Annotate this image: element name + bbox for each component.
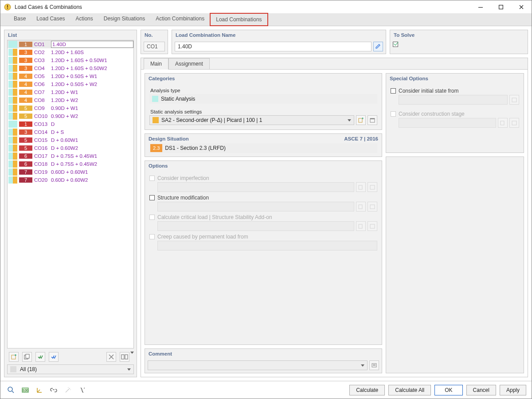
link-icon[interactable]: [48, 385, 59, 395]
axes-icon[interactable]: [34, 385, 45, 395]
list-item[interactable]: 4CO71.20D + W1: [8, 88, 133, 96]
new-item-icon[interactable]: [9, 352, 19, 362]
list-item[interactable]: 5CO15D + 0.60W1: [8, 136, 133, 144]
name-title: Load Combination Name: [172, 30, 386, 40]
cancel-button[interactable]: Cancel: [466, 385, 496, 395]
list-item[interactable]: 1CO11.40D: [8, 40, 133, 48]
imperfection-edit-icon: [368, 182, 377, 192]
list-item[interactable]: 5CO90.90D + W1: [8, 104, 133, 112]
units-icon[interactable]: 0,00: [20, 385, 31, 395]
calculate-all-button[interactable]: Calculate All: [388, 385, 431, 395]
sas-new-icon[interactable]: [356, 115, 366, 125]
svg-rect-13: [359, 185, 362, 189]
list-item[interactable]: 7CO190.60D + 0.60W1: [8, 168, 133, 176]
list-item[interactable]: 3CO31.20D + 1.60S + 0.50W1: [8, 56, 133, 64]
check-blue-icon[interactable]: [49, 352, 59, 362]
option-critical-load: Calculate critical load | Structure Stab…: [149, 214, 377, 220]
structure-mod-new-icon: [356, 202, 366, 211]
initial-state-field: [399, 95, 508, 105]
list-item[interactable]: 4CO81.20D + W2: [8, 96, 133, 104]
minimize-button[interactable]: [470, 0, 491, 14]
sas-label: Static analysis settings: [150, 109, 377, 114]
list-title: List: [4, 30, 137, 40]
combo-list[interactable]: 1CO11.40D3CO21.20D + 1.60S3CO31.20D + 1.…: [7, 40, 134, 348]
list-item[interactable]: 3CO21.20D + 1.60S: [8, 48, 133, 56]
sas-value: SA2 - Second-order (P-Δ) | Picard | 100 …: [161, 117, 345, 123]
list-item[interactable]: 3CO41.20D + 1.60S + 0.50W2: [8, 64, 133, 72]
list-item[interactable]: 4CO61.20D + 0.50S + W2: [8, 80, 133, 88]
analysis-type-value: Static Analysis: [161, 96, 195, 102]
special-title: Special Options: [386, 74, 524, 83]
list-item[interactable]: 6CO17D + 0.75S + 0.45W1: [8, 152, 133, 160]
subtab-main[interactable]: Main: [144, 58, 168, 70]
svg-point-25: [8, 387, 12, 391]
special-options-panel: Special Options Consider initial state f…: [386, 73, 524, 153]
tab-actions[interactable]: Actions: [70, 13, 98, 26]
svg-rect-23: [501, 121, 504, 125]
list-item[interactable]: 5CO16D + 0.60W2: [8, 144, 133, 152]
solve-panel: To Solve: [390, 30, 528, 54]
imperfection-field: [157, 182, 354, 192]
apply-button[interactable]: Apply: [500, 385, 526, 395]
list-filter-label: All (18): [20, 366, 37, 372]
list-item[interactable]: 4CO51.20D + 0.50S + W1: [8, 72, 133, 80]
tab-base[interactable]: Base: [8, 13, 31, 26]
comment-extra-icon[interactable]: [369, 360, 379, 370]
list-item[interactable]: 5CO100.90D + W2: [8, 112, 133, 120]
titlebar: Load Cases & Combinations: [0, 0, 532, 14]
maximize-button[interactable]: [491, 0, 511, 14]
subtab-assignment[interactable]: Assignment: [168, 58, 210, 70]
tab-design-situations[interactable]: Design Situations: [98, 13, 150, 26]
design-value-row: 2.3 DS1 - Section 2.3 (LRFD): [149, 143, 377, 153]
check-green-icon[interactable]: [35, 352, 45, 362]
list-filter-dropdown[interactable]: All (18): [7, 364, 134, 374]
list-item[interactable]: 3CO14D + S: [8, 128, 133, 136]
detail-tabbar: MainAssignment: [141, 58, 528, 69]
svg-rect-22: [512, 98, 516, 102]
list-item[interactable]: 7CO200.60D + 0.60W2: [8, 176, 133, 184]
option-initial-state[interactable]: Consider initial state from: [391, 88, 519, 94]
design-code: ASCE 7 | 2016: [344, 136, 378, 141]
close-button[interactable]: [511, 0, 532, 14]
solve-checkbox[interactable]: [393, 42, 398, 47]
ok-button[interactable]: OK: [434, 385, 462, 395]
calculate-button[interactable]: Calculate: [349, 385, 385, 395]
copy-item-icon[interactable]: [22, 352, 32, 362]
svg-rect-8: [121, 355, 124, 359]
list-item[interactable]: 6CO18D + 0.75S + 0.45W2: [8, 160, 133, 168]
tab-load-combinations[interactable]: Load Combinations: [210, 13, 268, 26]
top-row: No. CO1 Load Combination Name 1.40D To S…: [141, 30, 528, 54]
tab-action-combinations[interactable]: Action Combinations: [150, 13, 210, 26]
option-construction-stage: Consider construction stage: [391, 111, 519, 117]
list-toolbar: [4, 350, 137, 364]
delete-icon[interactable]: [106, 352, 116, 362]
option-creep: Creep caused by permanent load from: [149, 234, 377, 240]
name-field[interactable]: 1.40D: [175, 42, 372, 51]
svg-rect-17: [359, 224, 362, 228]
svg-rect-2: [7, 8, 8, 9]
sas-edit-icon[interactable]: [368, 115, 377, 125]
option-structure-mod[interactable]: Structure modification: [149, 195, 377, 201]
analysis-type-swatch: [152, 96, 158, 102]
wand-icon[interactable]: [63, 385, 73, 395]
categories-panel: Categories Analysis type Static Analysis…: [145, 73, 382, 130]
analysis-type-label: Analysis type: [150, 88, 377, 93]
name-edit-icon[interactable]: [373, 42, 383, 51]
list-panel: List 1CO11.40D3CO21.20D + 1.60S3CO31.20D…: [4, 30, 137, 377]
svg-rect-24: [512, 121, 516, 125]
comment-dropdown[interactable]: [148, 360, 368, 370]
sas-dropdown[interactable]: SA2 - Second-order (P-Δ) | Picard | 100 …: [149, 115, 354, 125]
list-item[interactable]: 1CO13D: [8, 120, 133, 128]
dialog-body: List 1CO11.40D3CO21.20D + 1.60S3CO31.20D…: [0, 26, 532, 381]
view-mode-chevron-icon[interactable]: [130, 354, 134, 360]
search-icon[interactable]: [6, 385, 16, 395]
name-panel: Load Combination Name 1.40D: [172, 30, 386, 54]
svg-rect-18: [370, 224, 375, 228]
svg-rect-16: [370, 205, 375, 209]
tab-load-cases[interactable]: Load Cases: [31, 13, 70, 26]
function-icon[interactable]: ²: [77, 385, 87, 395]
critical-load-new-icon: [356, 221, 366, 231]
app-icon: [4, 4, 11, 11]
view-mode-icon[interactable]: [120, 352, 129, 362]
design-badge: 2.3: [150, 144, 162, 152]
